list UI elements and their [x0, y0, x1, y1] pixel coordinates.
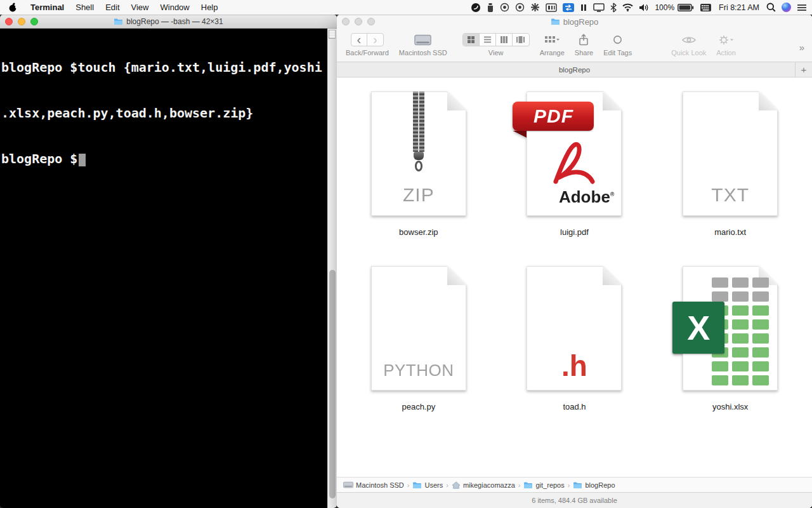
view-icons-button[interactable] [463, 34, 480, 46]
battery-percent[interactable]: 100% [655, 3, 674, 12]
back-forward-group: ‹ › Back/Forward [346, 33, 389, 57]
status-ring-icon-1[interactable] [500, 3, 509, 12]
path-item-git-repos[interactable]: git_repos [523, 481, 564, 489]
finder-content-area[interactable]: ZIP bowser.zip Adobe® PDF luigi.pdf [337, 77, 812, 477]
zoom-button[interactable] [30, 18, 38, 25]
tag-icon [613, 33, 622, 46]
status-app-circle-icon[interactable] [471, 3, 481, 13]
finder-titlebar[interactable]: blogRepo [337, 15, 812, 29]
action-button[interactable]: Action [716, 33, 736, 57]
toolbar-overflow-button[interactable]: » [799, 42, 806, 53]
terminal-window-controls [5, 18, 38, 25]
apple-menu[interactable] [0, 0, 25, 15]
status-display-icon[interactable] [593, 3, 605, 12]
python-file-icon: PYTHON [371, 266, 466, 391]
zip-badge: ZIP [371, 184, 466, 206]
terminal-line: blogRepo $touch {mario.txt,luigi.pdf,yos… [1, 60, 337, 75]
path-item-users[interactable]: Users [412, 481, 443, 489]
status-text: 6 items, 484.4 GB available [532, 497, 617, 504]
minimize-button[interactable] [18, 18, 25, 25]
tab-blogrepo[interactable]: blogRepo [559, 66, 590, 74]
status-boxed-d-icon[interactable] [546, 3, 557, 12]
terminal-titlebar[interactable]: blogRepo — -bash — 42×31 [0, 15, 337, 29]
page-fold [447, 266, 466, 285]
forward-button[interactable]: › [367, 34, 383, 46]
view-label: View [488, 49, 504, 57]
pdf-file-icon: Adobe® PDF [527, 91, 622, 216]
terminal-scrollbar[interactable] [327, 29, 337, 508]
path-separator: › [407, 481, 410, 489]
menu-shell[interactable]: Shell [70, 0, 100, 15]
file-mario-txt[interactable]: TXT mario.txt [652, 91, 808, 237]
view-columns-button[interactable] [496, 34, 513, 46]
menu-terminal[interactable]: Terminal [25, 0, 70, 15]
menu-edit[interactable]: Edit [100, 0, 125, 15]
file-yoshi-xlsx[interactable]: X yoshi.xlsx [652, 266, 808, 411]
file-luigi-pdf[interactable]: Adobe® PDF luigi.pdf [497, 91, 653, 237]
menu-bar-status: 100% Fri 8:21 AM [471, 0, 812, 15]
menu-help[interactable]: Help [195, 0, 224, 15]
txt-badge: TXT [683, 184, 778, 206]
file-peach-py[interactable]: PYTHON peach.py [341, 266, 497, 411]
wifi-icon[interactable] [622, 3, 633, 11]
terminal-output: blogRepo $touch {mario.txt,luigi.pdf,yos… [0, 29, 337, 197]
close-button[interactable] [342, 18, 350, 25]
file-toad-h[interactable]: .h toad.h [497, 266, 653, 411]
bluetooth-icon[interactable] [610, 3, 617, 13]
terminal-body[interactable]: blogRepo $touch {mario.txt,luigi.pdf,yos… [0, 29, 337, 508]
terminal-window: blogRepo — -bash — 42×31 blogRepo $touch… [0, 15, 337, 508]
siri-icon[interactable] [782, 3, 791, 12]
adobe-logo-icon [548, 137, 599, 188]
close-button[interactable] [5, 18, 13, 25]
battery-icon[interactable] [678, 4, 694, 11]
folder-icon [573, 481, 582, 489]
page-fold [603, 266, 622, 285]
arrange-button[interactable]: Arrange [540, 33, 565, 57]
path-item-home[interactable]: mikegiacomazza [452, 481, 515, 489]
adobe-wordmark: Adobe® [559, 187, 615, 207]
pdf-badge: PDF [513, 102, 594, 131]
page-fold [447, 91, 466, 110]
minimize-button[interactable] [355, 18, 362, 25]
quick-look-button[interactable]: Quick Look [671, 33, 706, 57]
view-list-button[interactable] [480, 34, 496, 46]
finder-toolbar: ‹ › Back/Forward Macintosh SSD [337, 29, 812, 62]
status-ring-icon-2[interactable] [515, 3, 525, 12]
path-item-blogrepo[interactable]: blogRepo [573, 481, 615, 489]
path-item-macintosh-ssd[interactable]: Macintosh SSD [343, 481, 404, 489]
status-pause-bars-icon[interactable] [580, 3, 587, 12]
status-burst-icon[interactable] [530, 3, 540, 12]
menu-view[interactable]: View [126, 0, 155, 15]
header-file-icon: .h [527, 266, 622, 391]
terminal-line: blogRepo $ [1, 151, 337, 166]
edit-tags-button[interactable]: Edit Tags [603, 33, 632, 57]
menu-window[interactable]: Window [155, 0, 195, 15]
new-tab-button[interactable]: + [795, 62, 812, 77]
device-button[interactable]: Macintosh SSD [399, 33, 447, 57]
python-badge: PYTHON [371, 361, 466, 380]
menu-bar-menus: Terminal Shell Edit View Window Help [0, 0, 224, 15]
finder-title: blogRepo [551, 17, 599, 27]
folder-icon [551, 18, 560, 25]
view-coverflow-button[interactable] [513, 34, 529, 46]
finder-window-controls [342, 18, 375, 25]
page-fold [759, 91, 778, 110]
device-label: Macintosh SSD [399, 49, 447, 57]
share-button[interactable]: Share [575, 33, 593, 57]
terminal-scrollbar-thumb[interactable] [329, 270, 336, 498]
menu-clock[interactable]: Fri 8:21 AM [717, 3, 761, 12]
back-button[interactable]: ‹ [351, 34, 367, 46]
file-name: peach.py [402, 402, 435, 411]
arrange-label: Arrange [540, 49, 565, 57]
terminal-prompt: blogRepo $ [1, 151, 77, 166]
spotlight-icon[interactable] [766, 3, 776, 12]
volume-icon[interactable] [639, 3, 649, 12]
status-sync-icon[interactable] [563, 3, 574, 12]
keyboard-input-icon[interactable] [700, 3, 712, 12]
file-bowser-zip[interactable]: ZIP bowser.zip [341, 91, 497, 237]
zoom-button[interactable] [367, 18, 375, 25]
view-control: View [462, 33, 530, 57]
folder-icon [114, 18, 123, 25]
notification-center-icon[interactable] [797, 4, 807, 11]
status-brew-icon[interactable] [487, 3, 494, 13]
